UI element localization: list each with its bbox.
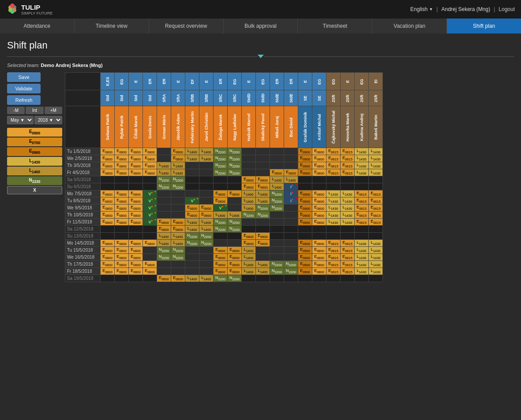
- cell-8-2[interactable]: E0800: [129, 204, 143, 212]
- cell-18-1[interactable]: [115, 275, 129, 282]
- cell-7-0[interactable]: E0800: [101, 197, 115, 204]
- cell-7-10[interactable]: L1400: [242, 197, 256, 204]
- cell-3-9[interactable]: N2200: [228, 169, 242, 176]
- cell-3-4[interactable]: L1400: [157, 169, 171, 176]
- cell-11-18[interactable]: [355, 226, 369, 233]
- cell-3-8[interactable]: N2200: [214, 169, 228, 176]
- cell-1-11[interactable]: [256, 155, 270, 162]
- cell-0-17[interactable]: E0615: [341, 148, 355, 155]
- cell-8-1[interactable]: E0800: [115, 204, 129, 212]
- cell-8-14[interactable]: E0900: [298, 204, 312, 212]
- cell-9-14[interactable]: E0900: [298, 212, 312, 219]
- cell-14-19[interactable]: L1430: [369, 247, 383, 254]
- refresh-button[interactable]: Refresh: [7, 95, 41, 105]
- cell-3-13[interactable]: E0600: [284, 169, 298, 176]
- cell-9-11[interactable]: N2200: [256, 212, 270, 219]
- cell-18-17[interactable]: [341, 275, 355, 282]
- cell-13-6[interactable]: N2200: [185, 240, 199, 247]
- cell-3-18[interactable]: L1430: [355, 169, 369, 176]
- cell-13-12[interactable]: [270, 240, 284, 247]
- cell-12-0[interactable]: [101, 233, 115, 240]
- cell-18-7[interactable]: L1400: [199, 275, 214, 282]
- cell-7-2[interactable]: E0800: [129, 197, 143, 204]
- cell-11-11[interactable]: [256, 226, 270, 233]
- cell-4-0[interactable]: [101, 176, 115, 183]
- cell-7-1[interactable]: E0800: [115, 197, 129, 204]
- cell-10-5[interactable]: E0600: [171, 219, 185, 226]
- plus-m-button[interactable]: +M: [45, 107, 62, 114]
- cell-6-7[interactable]: [199, 190, 214, 197]
- cell-10-1[interactable]: E0800: [115, 219, 129, 226]
- cell-13-17[interactable]: E0615: [341, 240, 355, 247]
- cell-15-8[interactable]: E0600: [214, 254, 228, 261]
- cell-2-15[interactable]: E0800: [312, 162, 326, 169]
- tab-bulk-approval[interactable]: Bulk approval: [224, 19, 298, 33]
- cell-9-18[interactable]: E0615: [355, 212, 369, 219]
- cell-4-13[interactable]: L1400: [284, 176, 298, 183]
- cell-16-15[interactable]: E0800: [312, 261, 326, 268]
- cell-0-6[interactable]: L1400: [185, 148, 199, 155]
- cell-15-16[interactable]: E0615: [326, 254, 341, 261]
- cell-12-13[interactable]: [284, 233, 298, 240]
- cell-2-18[interactable]: L1430: [355, 162, 369, 169]
- cell-6-19[interactable]: E0615: [369, 190, 383, 197]
- cell-15-14[interactable]: E0900: [298, 254, 312, 261]
- cell-5-2[interactable]: [129, 183, 143, 190]
- cell-3-7[interactable]: [199, 169, 214, 176]
- cell-18-19[interactable]: [369, 275, 383, 282]
- cell-15-19[interactable]: L1430: [369, 254, 383, 261]
- cell-9-1[interactable]: E0800: [115, 212, 129, 219]
- cell-13-8[interactable]: [214, 240, 228, 247]
- cell-3-19[interactable]: L1430: [369, 169, 383, 176]
- cell-15-18[interactable]: L1430: [355, 254, 369, 261]
- cell-10-15[interactable]: E0800: [312, 219, 326, 226]
- cell-15-3[interactable]: [143, 254, 157, 261]
- cell-16-7[interactable]: [199, 261, 214, 268]
- cell-0-2[interactable]: E0800: [129, 148, 143, 155]
- cell-3-10[interactable]: [242, 169, 256, 176]
- cell-3-11[interactable]: [256, 169, 270, 176]
- cell-7-17[interactable]: L1430: [341, 197, 355, 204]
- cell-12-6[interactable]: N2200: [185, 233, 199, 240]
- cell-16-2[interactable]: E0800: [129, 261, 143, 268]
- cell-7-11[interactable]: L1400: [256, 197, 270, 204]
- cell-13-18[interactable]: L1430: [355, 240, 369, 247]
- cell-10-9[interactable]: N2200: [228, 219, 242, 226]
- cell-3-3[interactable]: E0800: [143, 169, 157, 176]
- legend-e0800[interactable]: E0800: [7, 128, 62, 137]
- cell-2-5[interactable]: L1400: [171, 162, 185, 169]
- cell-5-13[interactable]: I▼: [284, 183, 298, 190]
- cell-5-17[interactable]: [341, 183, 355, 190]
- cell-5-12[interactable]: L1400: [270, 183, 284, 190]
- cell-6-18[interactable]: E0615: [355, 190, 369, 197]
- cell-16-14[interactable]: E0900: [298, 261, 312, 268]
- cell-15-1[interactable]: E0800: [115, 254, 129, 261]
- cell-18-8[interactable]: N2200: [214, 275, 228, 282]
- cell-17-19[interactable]: L1430: [369, 268, 383, 275]
- cell-11-5[interactable]: E0600: [171, 226, 185, 233]
- cell-7-18[interactable]: E0615: [355, 197, 369, 204]
- cell-2-17[interactable]: E0615: [341, 162, 355, 169]
- cell-11-4[interactable]: E0600: [157, 226, 171, 233]
- cell-6-2[interactable]: E0800: [129, 190, 143, 197]
- cell-3-17[interactable]: E0615: [341, 169, 355, 176]
- cell-8-15[interactable]: E0800: [312, 204, 326, 212]
- cell-7-7[interactable]: [199, 197, 214, 204]
- cell-11-7[interactable]: L1400: [199, 226, 214, 233]
- cell-11-0[interactable]: [101, 226, 115, 233]
- cell-12-4[interactable]: L1400: [157, 233, 171, 240]
- cell-5-11[interactable]: E0600: [256, 183, 270, 190]
- cell-4-11[interactable]: E0600: [256, 176, 270, 183]
- cell-5-15[interactable]: [312, 183, 326, 190]
- cell-6-5[interactable]: [171, 190, 185, 197]
- cell-4-8[interactable]: [214, 176, 228, 183]
- cell-10-17[interactable]: L1430: [341, 219, 355, 226]
- cell-12-2[interactable]: [129, 233, 143, 240]
- cell-4-12[interactable]: L1400: [270, 176, 284, 183]
- cell-10-18[interactable]: E0615: [355, 219, 369, 226]
- cell-3-0[interactable]: E0800: [101, 169, 115, 176]
- cell-16-3[interactable]: E0800: [143, 261, 157, 268]
- cell-12-11[interactable]: E0600: [256, 233, 270, 240]
- cell-9-3[interactable]: V▼: [143, 212, 157, 219]
- cell-2-1[interactable]: E0800: [115, 162, 129, 169]
